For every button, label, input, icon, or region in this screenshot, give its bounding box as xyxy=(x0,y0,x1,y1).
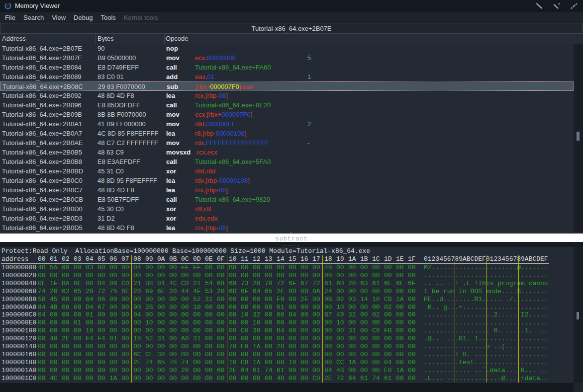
hex-byte[interactable]: 00 xyxy=(289,272,296,280)
hex-byte[interactable]: 00 xyxy=(157,264,165,272)
hex-byte[interactable]: 00 xyxy=(121,272,129,280)
hex-byte[interactable]: 00 xyxy=(205,327,213,335)
hex-byte[interactable]: 20 xyxy=(217,288,225,296)
hex-byte[interactable]: 00 xyxy=(360,264,368,272)
hex-byte[interactable]: 00 xyxy=(348,288,356,296)
hex-byte[interactable]: 00 xyxy=(169,319,177,327)
hex-byte[interactable]: 00 xyxy=(289,319,296,327)
hex-byte[interactable]: 00 xyxy=(217,327,225,335)
hex-byte[interactable]: 00 xyxy=(396,264,404,272)
hex-byte[interactable]: 21 xyxy=(133,280,141,288)
hex-byte[interactable]: 00 xyxy=(229,335,237,343)
hex-byte[interactable]: 00 xyxy=(109,343,117,351)
hex-byte[interactable]: 00 xyxy=(396,351,404,359)
hex-byte[interactable]: 00 xyxy=(181,375,189,383)
hex-byte[interactable]: 6D xyxy=(336,280,344,288)
hex-byte[interactable]: 84 xyxy=(324,367,332,375)
hex-byte[interactable]: 00 xyxy=(277,335,285,343)
hex-byte[interactable]: 00 xyxy=(408,351,416,359)
disasm-row[interactable]: Tutorial-x86_64.exe+2B07E90nop xyxy=(0,44,574,53)
hex-byte[interactable]: 10 xyxy=(229,359,237,367)
hex-byte[interactable]: 00 xyxy=(396,319,404,327)
hex-byte[interactable]: 90 xyxy=(62,264,70,272)
hex-byte[interactable]: 00 xyxy=(169,335,177,343)
hex-byte[interactable]: 00 xyxy=(229,375,237,383)
hex-byte[interactable]: 61 xyxy=(253,367,261,375)
hex-byte[interactable]: 00 xyxy=(169,351,177,359)
hex-byte[interactable]: 69 xyxy=(229,280,237,288)
hex-byte[interactable]: 00 xyxy=(121,311,129,319)
hex-ascii[interactable]: ........l 0. ................... xyxy=(424,351,548,359)
hex-byte[interactable]: 00 xyxy=(121,327,129,335)
hex-byte[interactable]: 00 xyxy=(38,327,46,335)
hex-byte[interactable]: 00 xyxy=(169,327,177,335)
hex-byte[interactable]: 00 xyxy=(360,304,368,312)
hex-byte[interactable]: 20 xyxy=(86,288,94,296)
hex-byte[interactable]: 40 xyxy=(277,375,285,383)
hex-byte[interactable]: 00 xyxy=(312,296,320,304)
hex-byte[interactable]: F4 xyxy=(86,335,94,343)
hex-byte[interactable]: 00 xyxy=(408,304,416,312)
hex-byte[interactable]: 10 xyxy=(336,319,344,327)
hex-byte[interactable]: 00 xyxy=(265,375,273,383)
hex-byte[interactable]: B8 xyxy=(229,264,237,272)
hex-byte[interactable]: 00 xyxy=(241,375,249,383)
hex-ascii[interactable]: PE..d........R1..... ./......... xyxy=(424,296,548,304)
hex-byte[interactable]: 00 xyxy=(169,304,177,312)
hex-byte[interactable]: 72 xyxy=(336,375,344,383)
hex-byte[interactable]: 06 xyxy=(348,367,356,375)
hex-byte[interactable]: 00 xyxy=(109,272,117,280)
hex-byte[interactable]: FF xyxy=(193,264,201,272)
hex-ascii[interactable]: K.. g...+...................... xyxy=(424,304,548,312)
hex-byte[interactable]: 61 xyxy=(384,375,392,383)
hex-byte[interactable]: 63 xyxy=(360,280,368,288)
hex-byte[interactable]: 00 xyxy=(300,367,308,375)
disasm-row[interactable]: Tutorial-x86_64.exe+2B0C748 8D 4D F8lear… xyxy=(0,185,574,195)
hex-byte[interactable]: 00 xyxy=(181,304,189,312)
hex-byte[interactable]: 00 xyxy=(348,264,356,272)
hex-byte[interactable]: 00 xyxy=(336,335,344,343)
hex-byte[interactable]: 00 xyxy=(265,264,273,272)
hex-byte[interactable]: 00 xyxy=(145,311,153,319)
hex-byte[interactable]: 00 xyxy=(312,319,320,327)
hex-byte[interactable]: 64 xyxy=(253,288,261,296)
disasm-row[interactable]: Tutorial-x86_64.exe+2B0AE48 C7 C2 FFFFFF… xyxy=(0,138,574,148)
hex-ascii[interactable]: .........text................... xyxy=(424,359,548,367)
hex-byte[interactable]: 64 xyxy=(86,296,94,304)
hex-byte[interactable]: 90 xyxy=(133,304,141,312)
hex-byte[interactable]: 00 xyxy=(145,367,153,375)
hex-byte[interactable]: 00 xyxy=(205,319,213,327)
hex-byte[interactable]: 10 xyxy=(145,319,153,327)
hex-ascii[interactable]: ............ ..`.data... K... .. xyxy=(424,367,548,375)
hex-byte[interactable]: 00 xyxy=(408,272,416,280)
hex-byte[interactable]: 6F xyxy=(289,280,296,288)
hex-byte[interactable]: 06 xyxy=(62,375,70,383)
hex-byte[interactable]: 00 xyxy=(217,304,225,312)
hex-byte[interactable]: D4 xyxy=(86,304,94,312)
hex-byte[interactable]: 00 xyxy=(97,311,105,319)
hex-byte[interactable]: 00 xyxy=(384,264,392,272)
hex-byte[interactable]: 00 xyxy=(360,335,368,343)
hex-byte[interactable]: 70 xyxy=(265,280,273,288)
hex-byte[interactable]: 00 xyxy=(74,296,82,304)
horizontal-scrollbar[interactable] xyxy=(0,383,583,392)
hex-byte[interactable]: 00 xyxy=(50,311,58,319)
hex-byte[interactable]: 00 xyxy=(324,335,332,343)
hex-byte[interactable]: 80 xyxy=(372,272,380,280)
hex-byte[interactable]: 64 xyxy=(241,367,249,375)
hex-byte[interactable]: 00 xyxy=(253,375,261,383)
hex-byte[interactable]: 6E xyxy=(121,288,129,296)
hex-byte[interactable]: 00 xyxy=(289,343,296,351)
hex-byte[interactable]: 30 xyxy=(157,351,165,359)
hex-byte[interactable]: 00 xyxy=(300,327,308,335)
hex-byte[interactable]: FF xyxy=(181,264,189,272)
hex-byte[interactable]: 00 xyxy=(157,296,165,304)
hex-byte[interactable]: 00 xyxy=(97,327,105,335)
hex-byte[interactable]: 00 xyxy=(109,359,117,367)
hex-byte[interactable]: 00 xyxy=(74,367,82,375)
hex-byte[interactable]: 20 xyxy=(50,288,58,296)
hex-byte[interactable]: 00 xyxy=(181,319,189,327)
hex-byte[interactable]: 00 xyxy=(86,375,94,383)
hex-byte[interactable]: 00 xyxy=(38,359,46,367)
hex-byte[interactable]: 00 xyxy=(62,319,70,327)
